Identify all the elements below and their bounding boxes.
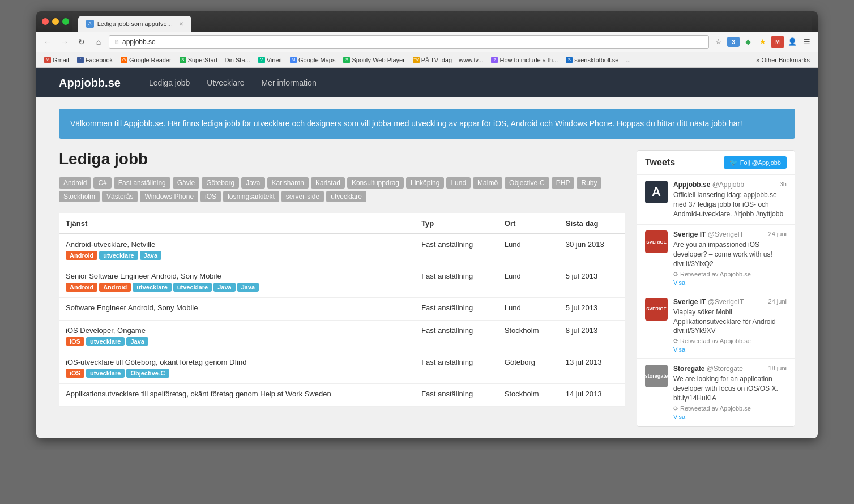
gmail-icon[interactable]: M — [771, 36, 784, 48]
job-city-cell: Stockholm — [498, 384, 559, 407]
job-tag[interactable]: Android — [66, 283, 97, 292]
tag-item[interactable]: Objective-C — [505, 177, 549, 189]
tag-item[interactable]: Stockholm — [59, 191, 100, 202]
tweet-handle: @Storegate — [707, 365, 743, 373]
job-tag[interactable]: iOS — [66, 337, 84, 346]
spotify-favicon: S — [343, 57, 350, 63]
job-tag[interactable]: Java — [140, 251, 161, 260]
bookmark-superstart[interactable]: S SuperStart – Din Sta... — [176, 55, 254, 65]
tag-item[interactable]: PHP — [552, 177, 575, 189]
tag-item[interactable]: Karlstad — [311, 177, 345, 189]
bookmark-superstart-label: SuperStart – Din Sta... — [188, 57, 250, 63]
tag-item[interactable]: iOS — [200, 191, 221, 202]
job-deadline-cell: 5 jul 2013 — [559, 298, 625, 321]
forward-button[interactable]: → — [58, 35, 71, 49]
job-tag[interactable]: Android — [99, 283, 131, 292]
tag-item[interactable]: Gävle — [173, 177, 199, 189]
job-city-cell: Lund — [498, 234, 559, 266]
bookmark-spotify[interactable]: S Spotify Web Player — [340, 55, 408, 65]
tag-item[interactable]: Karlshamn — [267, 177, 309, 189]
tag-item[interactable]: Malmö — [473, 177, 502, 189]
table-row[interactable]: Applikationsutvecklare till spelföretag,… — [59, 384, 625, 407]
tweet-visa-link[interactable]: Visa — [673, 346, 787, 353]
bookmark-more[interactable]: » Other Bookmarks — [753, 55, 813, 65]
user-icon[interactable]: 👤 — [786, 36, 799, 48]
menu-icon[interactable]: ☰ — [801, 36, 813, 48]
table-row[interactable]: Senior Software Engineer Android, Sony M… — [59, 266, 625, 298]
tag-item[interactable]: Göteborg — [202, 177, 239, 189]
job-tag[interactable]: Java — [214, 283, 235, 292]
table-row[interactable]: iOS Developer, OngameiOSutvecklareJavaFa… — [59, 321, 625, 352]
extension-icon-2[interactable]: ★ — [757, 36, 769, 48]
job-tag[interactable]: utvecklare — [173, 283, 212, 292]
job-tag[interactable]: Java — [126, 337, 148, 346]
tag-item[interactable]: utvecklare — [326, 191, 366, 202]
tag-item[interactable]: C# — [93, 177, 111, 189]
maximize-button[interactable] — [62, 18, 69, 25]
job-tag[interactable]: Android — [66, 251, 97, 260]
job-tag[interactable]: utvecklare — [133, 283, 171, 292]
tag-item[interactable]: Fast anställning — [114, 177, 170, 189]
job-tag[interactable]: Objective-C — [126, 369, 169, 378]
extension-badge-1[interactable]: 3 — [727, 37, 740, 47]
job-tag[interactable]: utvecklare — [86, 337, 125, 346]
bookmarks-bar: M Gmail f Facebook G Google Reader S Sup… — [36, 52, 818, 68]
tag-item[interactable]: Linköping — [406, 177, 444, 189]
col-header-ort: Ort — [498, 213, 559, 234]
bookmark-facebook[interactable]: f Facebook — [74, 55, 116, 65]
home-button[interactable]: ⌂ — [92, 35, 105, 49]
job-title-text: iOS-utvecklare till Göteborg, okänt före… — [66, 358, 408, 366]
tweets-title: Tweets — [645, 157, 675, 168]
close-button[interactable] — [42, 18, 49, 25]
tweet-visa-link[interactable]: Visa — [673, 413, 787, 420]
bookmark-gmail[interactable]: M Gmail — [41, 55, 72, 65]
bookmark-reader[interactable]: G Google Reader — [117, 55, 175, 65]
tweet-visa-link[interactable]: Visa — [673, 279, 787, 286]
tag-item[interactable]: lösningsarkitekt — [223, 191, 279, 202]
job-tag[interactable]: Java — [237, 283, 259, 292]
tag-item[interactable]: server-side — [281, 191, 324, 202]
tag-item[interactable]: Västerås — [102, 191, 138, 202]
job-tag[interactable]: iOS — [66, 369, 84, 378]
nav-link-lediga-jobb[interactable]: Lediga jobb — [149, 78, 190, 87]
star-icon[interactable]: ☆ — [712, 36, 725, 48]
job-title-cell: Android-utvecklare, NetvilleAndroidutvec… — [59, 234, 415, 266]
bookmark-sv[interactable]: S svenskfotboll.se – ... — [562, 55, 634, 65]
tweet-date: 3h — [780, 181, 787, 187]
bookmark-vineit[interactable]: V Vineit — [255, 55, 285, 65]
tweet-text: Viaplay söker Mobil Applikationsutveckla… — [673, 307, 787, 336]
bookmark-maps-label: Google Maps — [298, 57, 335, 63]
tab-close-icon[interactable]: ✕ — [179, 21, 183, 27]
bookmark-tv[interactable]: TV På TV idag – www.tv... — [409, 55, 487, 65]
address-bar[interactable]: 🗎 appjobb.se — [109, 35, 709, 49]
bookmark-how[interactable]: ? How to include a th... — [488, 55, 561, 65]
extension-icon-1[interactable]: ◆ — [742, 36, 754, 48]
main-area: Lediga jobb AndroidC#Fast anställningGäv… — [36, 150, 818, 438]
nav-link-utvecklare[interactable]: Utvecklare — [207, 78, 244, 87]
tag-item[interactable]: Konsultuppdrag — [347, 177, 404, 189]
tweet-avatar: SVERIGE — [645, 230, 668, 253]
table-row[interactable]: Software Engineer Android, Sony MobileFa… — [59, 298, 625, 321]
job-tag[interactable]: utvecklare — [99, 251, 138, 260]
tag-item[interactable]: Java — [241, 177, 264, 189]
job-tag[interactable]: utvecklare — [86, 369, 125, 378]
nav-icons: ☆ 3 ◆ ★ M 👤 ☰ — [712, 36, 813, 48]
tab-title: Lediga jobb som apputvec... — [97, 20, 173, 27]
tag-item[interactable]: Windows Phone — [140, 191, 198, 202]
bookmark-more-label: » Other Bookmarks — [756, 57, 810, 63]
tag-item[interactable]: Android — [59, 177, 91, 189]
follow-button[interactable]: 🐦 Följ @Appjobb — [724, 156, 787, 169]
tag-item[interactable]: Lund — [446, 177, 471, 189]
minimize-button[interactable] — [52, 18, 59, 25]
reload-button[interactable]: ↻ — [75, 35, 88, 49]
tag-item[interactable]: Ruby — [577, 177, 601, 189]
nav-link-mer-information[interactable]: Mer information — [261, 78, 316, 87]
active-tab[interactable]: A Lediga jobb som apputvec... ✕ — [78, 16, 191, 32]
tweet-content: Sverige IT @SverigeIT24 juniViaplay söke… — [673, 298, 787, 353]
bookmark-maps[interactable]: M Google Maps — [287, 55, 339, 65]
tweet-author: Sverige IT @SverigeIT — [673, 298, 744, 306]
job-title-text: Android-utvecklare, Netville — [66, 240, 408, 249]
back-button[interactable]: ← — [41, 35, 54, 49]
table-row[interactable]: iOS-utvecklare till Göteborg, okänt före… — [59, 352, 625, 384]
table-row[interactable]: Android-utvecklare, NetvilleAndroidutvec… — [59, 234, 625, 266]
